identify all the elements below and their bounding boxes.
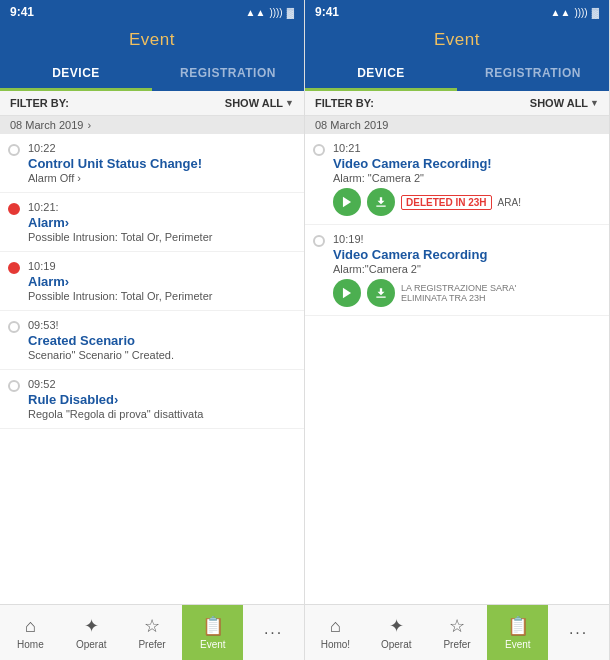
nav-operat-left[interactable]: ✦ Operat (61, 605, 122, 660)
date-row-left: 08 March 2019 › (0, 116, 304, 134)
event-title[interactable]: Video Camera Recording (333, 247, 601, 262)
event-list-left: 10:22 Control Unit Status Change! Alarm … (0, 134, 304, 604)
event-subtitle: Scenario" Scenario " Created. (28, 349, 296, 361)
filter-label-right: FILTER BY: (315, 97, 374, 109)
event-subtitle: Regola "Regola di prova" disattivata (28, 408, 296, 420)
list-item: 09:52 Rule Disabled› Regola "Regola di p… (0, 370, 304, 429)
event-content: 10:19! Video Camera Recording Alarm:"Cam… (333, 233, 601, 307)
event-content: 09:53! Created Scenario Scenario" Scenar… (28, 319, 296, 361)
header-title-left: Event (0, 30, 304, 50)
tab-device-left[interactable]: DEVICE (0, 58, 152, 91)
tabs-right: DEVICE REGISTRATION (305, 58, 609, 91)
status-bar-right: 9:41 ▲▲ )))) ▓ (305, 0, 609, 24)
chevron-right-icon-left: › (87, 119, 91, 131)
right-panel: 9:41 ▲▲ )))) ▓ Event DEVICE REGISTRATION… (305, 0, 610, 660)
event-time: 09:52 (28, 378, 296, 390)
battery-icon: ▓ (592, 7, 599, 18)
tab-registration-left[interactable]: REGISTRATION (152, 58, 304, 91)
dot-circle (8, 144, 20, 156)
operat-icon: ✦ (84, 615, 99, 637)
nav-home-left[interactable]: ⌂ Home (0, 605, 61, 660)
dot-col (6, 260, 22, 274)
header-right: Event (305, 24, 609, 58)
play-button[interactable] (333, 188, 361, 216)
tab-device-right[interactable]: DEVICE (305, 58, 457, 91)
event-subtitle: Alarm:"Camera 2" (333, 263, 601, 275)
event-subtitle: Possible Intrusion: Total Or, Perimeter (28, 290, 296, 302)
list-item: 10:19! Video Camera Recording Alarm:"Cam… (305, 225, 609, 316)
filter-label-left: FILTER BY: (10, 97, 69, 109)
bottom-nav-left: ⌂ Home ✦ Operat ☆ Prefer 📋 Event ··· (0, 604, 304, 660)
event-content: 09:52 Rule Disabled› Regola "Regola di p… (28, 378, 296, 420)
nav-operat-right[interactable]: ✦ Operat (366, 605, 427, 660)
event-time: 10:21: (28, 201, 296, 213)
nav-prefer-left[interactable]: ☆ Prefer (122, 605, 183, 660)
signal-icon: ▲▲ (246, 7, 266, 18)
event-list-right: 10:21 Video Camera Recording! Alarm: "Ca… (305, 134, 609, 604)
more-icon: ··· (264, 624, 283, 642)
dot-col (6, 319, 22, 333)
nav-home-right[interactable]: ⌂ Homo! (305, 605, 366, 660)
nav-label-home: Homo! (321, 639, 350, 650)
event-icon: 📋 (202, 615, 224, 637)
event-title[interactable]: Alarm› (28, 274, 296, 289)
battery-icon: ▓ (287, 7, 294, 18)
event-subtitle: Alarm: "Camera 2" (333, 172, 601, 184)
nav-event-left[interactable]: 📋 Event (182, 605, 243, 660)
event-title[interactable]: Control Unit Status Change! (28, 156, 296, 171)
event-time: 09:53! (28, 319, 296, 331)
download-button[interactable] (367, 188, 395, 216)
header-left: Event (0, 24, 304, 58)
more-icon: ··· (569, 624, 588, 642)
download-button[interactable] (367, 279, 395, 307)
event-title[interactable]: Video Camera Recording! (333, 156, 601, 171)
nav-more-right[interactable]: ··· (548, 605, 609, 660)
event-actions: LA REGISTRAZIONE SARA' ELIMINATA TRA 23H (333, 279, 601, 307)
wifi-icon: )))) (269, 7, 282, 18)
signal-icon: ▲▲ (551, 7, 571, 18)
chevron-down-icon-right: ▼ (590, 98, 599, 108)
nav-label-operat: Operat (76, 639, 107, 650)
event-title[interactable]: Alarm› (28, 215, 296, 230)
date-text-right: 08 March 2019 (315, 119, 388, 131)
nav-prefer-right[interactable]: ☆ Prefer (427, 605, 488, 660)
event-title[interactable]: Rule Disabled› (28, 392, 296, 407)
tab-registration-right[interactable]: REGISTRATION (457, 58, 609, 91)
nav-label-home: Home (17, 639, 44, 650)
event-content: 10:21 Video Camera Recording! Alarm: "Ca… (333, 142, 601, 216)
play-button[interactable] (333, 279, 361, 307)
nav-more-left[interactable]: ··· (243, 605, 304, 660)
badge-alt: ARA! (498, 197, 521, 208)
svg-marker-0 (343, 197, 351, 208)
list-item: 10:22 Control Unit Status Change! Alarm … (0, 134, 304, 193)
show-all-left[interactable]: SHOW ALL ▼ (225, 97, 294, 109)
prefer-icon: ☆ (144, 615, 160, 637)
event-title[interactable]: Created Scenario (28, 333, 296, 348)
dot-col (311, 142, 327, 156)
list-item: 10:19 Alarm› Possible Intrusion: Total O… (0, 252, 304, 311)
dot-circle (313, 144, 325, 156)
list-item: 10:21 Video Camera Recording! Alarm: "Ca… (305, 134, 609, 225)
date-row-right: 08 March 2019 (305, 116, 609, 134)
nav-event-right[interactable]: 📋 Event (487, 605, 548, 660)
nav-label-event: Event (505, 639, 531, 650)
event-content: 10:19 Alarm› Possible Intrusion: Total O… (28, 260, 296, 302)
nav-label-prefer: Prefer (138, 639, 165, 650)
dot-circle-red (8, 203, 20, 215)
event-subtitle: Possible Intrusion: Total Or, Perimeter (28, 231, 296, 243)
nav-label-prefer: Prefer (443, 639, 470, 650)
badge-it2: ELIMINATA TRA 23H (401, 293, 516, 303)
event-subtitle: Alarm Off › (28, 172, 296, 184)
time-right: 9:41 (315, 5, 339, 19)
svg-marker-1 (343, 288, 351, 299)
status-icons-left: ▲▲ )))) ▓ (246, 7, 294, 18)
badge-it: LA REGISTRAZIONE SARA' (401, 283, 516, 293)
date-text-left: 08 March 2019 (10, 119, 83, 131)
left-panel: 9:41 ▲▲ )))) ▓ Event DEVICE REGISTRATION… (0, 0, 305, 660)
show-all-right[interactable]: SHOW ALL ▼ (530, 97, 599, 109)
dot-col (311, 233, 327, 247)
status-bar-left: 9:41 ▲▲ )))) ▓ (0, 0, 304, 24)
event-actions: DELETED IN 23H ARA! (333, 188, 601, 216)
filter-bar-right: FILTER BY: SHOW ALL ▼ (305, 91, 609, 116)
time-left: 9:41 (10, 5, 34, 19)
